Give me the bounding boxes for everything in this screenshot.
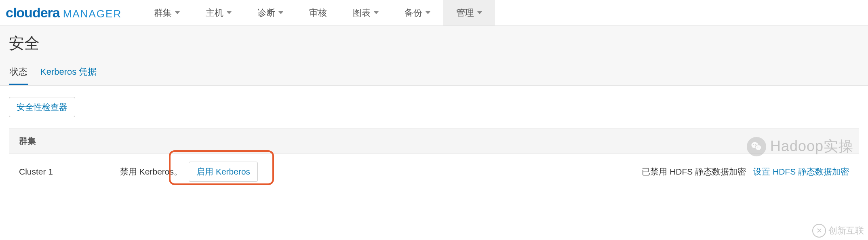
- nav-label: 群集: [154, 7, 172, 19]
- caret-down-icon: [175, 11, 180, 14]
- link-label: 设置 HDFS 静态数据加密: [753, 167, 849, 176]
- caret-down-icon: [426, 11, 430, 14]
- button-label: 安全性检查器: [17, 102, 67, 112]
- clusters-table: 群集 Cluster 1 禁用 Kerberos。 启用 Kerberos 已禁…: [9, 128, 859, 190]
- hdfs-status-text: 已禁用 HDFS 静态数据加密: [642, 166, 746, 177]
- hdfs-cell: 已禁用 HDFS 静态数据加密 设置 HDFS 静态数据加密: [642, 166, 849, 177]
- tab-label: 状态: [10, 67, 27, 77]
- corner-logo-icon: ✕: [812, 224, 826, 238]
- kerberos-status-text: 禁用 Kerberos。: [120, 166, 182, 177]
- table-header-clusters: 群集: [9, 129, 859, 154]
- brand-logo[interactable]: cloudera MANAGER: [6, 5, 127, 21]
- tab-kerberos-credentials[interactable]: Kerberos 凭据: [40, 63, 97, 85]
- nav-hosts[interactable]: 主机: [193, 0, 244, 25]
- cluster-name: Cluster 1: [19, 167, 120, 177]
- nav-label: 主机: [206, 7, 223, 19]
- top-navbar: cloudera MANAGER 群集 主机 诊断 审核 图表 备份 管理: [0, 0, 868, 26]
- nav-label: 图表: [353, 7, 371, 19]
- nav-label: 备份: [405, 7, 422, 19]
- nav-label: 诊断: [257, 7, 275, 19]
- caret-down-icon: [278, 11, 283, 14]
- logo-product-text: MANAGER: [63, 8, 122, 20]
- nav-diagnostics[interactable]: 诊断: [244, 0, 296, 25]
- enable-kerberos-button[interactable]: 启用 Kerberos: [189, 162, 258, 182]
- logo-brand-text: cloudera: [6, 5, 60, 21]
- caret-down-icon: [477, 11, 482, 14]
- page-title: 安全: [9, 33, 859, 54]
- kerberos-cell: 禁用 Kerberos。 启用 Kerberos: [120, 162, 258, 182]
- corner-logo: ✕ 创新互联: [812, 224, 864, 238]
- nav-charts[interactable]: 图表: [340, 0, 392, 25]
- tab-status[interactable]: 状态: [9, 63, 28, 85]
- caret-down-icon: [227, 11, 232, 14]
- button-label: 启用 Kerberos: [196, 167, 250, 176]
- corner-logo-text: 创新互联: [828, 225, 864, 237]
- nav-label: 审核: [309, 7, 327, 19]
- security-inspector-button[interactable]: 安全性检查器: [9, 97, 75, 117]
- page-header: 安全 状态 Kerberos 凭据: [0, 26, 868, 86]
- tabs: 状态 Kerberos 凭据: [9, 63, 859, 85]
- nav-clusters[interactable]: 群集: [141, 0, 193, 25]
- page-body: 安全性检查器 群集 Cluster 1 禁用 Kerberos。 启用 Kerb…: [0, 86, 868, 190]
- table-row: Cluster 1 禁用 Kerberos。 启用 Kerberos 已禁用 H…: [9, 154, 859, 190]
- nav-items: 群集 主机 诊断 审核 图表 备份 管理: [141, 0, 495, 25]
- caret-down-icon: [374, 11, 379, 14]
- setup-hdfs-encryption-link[interactable]: 设置 HDFS 静态数据加密: [753, 166, 849, 177]
- nav-administration[interactable]: 管理: [443, 0, 495, 25]
- nav-backup[interactable]: 备份: [392, 0, 443, 25]
- nav-audits[interactable]: 审核: [296, 0, 340, 25]
- tab-label: Kerberos 凭据: [40, 67, 97, 77]
- nav-label: 管理: [456, 7, 474, 19]
